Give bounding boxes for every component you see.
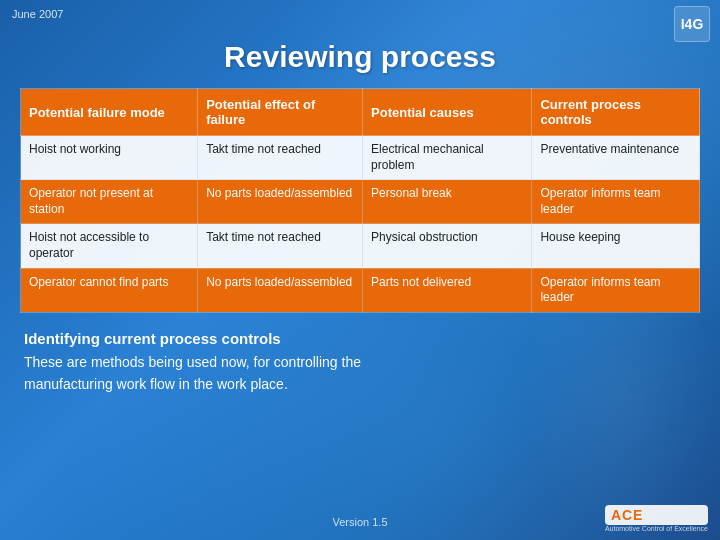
cell-r3-c1: No parts loaded/assembled bbox=[198, 268, 363, 312]
cell-r1-c3: Operator informs team leader bbox=[532, 180, 700, 224]
table-row: Hoist not workingTakt time not reachedEl… bbox=[21, 136, 700, 180]
cell-r2-c2: Physical obstruction bbox=[363, 224, 532, 268]
ace-logo-text: ACE bbox=[605, 505, 708, 525]
cell-r2-c0: Hoist not accessible to operator bbox=[21, 224, 198, 268]
cell-r1-c2: Personal break bbox=[363, 180, 532, 224]
ace-logo-subtitle: Automotive Control of Excellence bbox=[605, 525, 708, 532]
cell-r1-c0: Operator not present at station bbox=[21, 180, 198, 224]
bottom-line3: manufacturing work flow in the work plac… bbox=[24, 373, 700, 395]
col-header-causes: Potential causes bbox=[363, 89, 532, 136]
cell-r3-c2: Parts not delivered bbox=[363, 268, 532, 312]
table-header-row: Potential failure mode Potential effect … bbox=[21, 89, 700, 136]
table-row: Operator cannot find partsNo parts loade… bbox=[21, 268, 700, 312]
cell-r1-c1: No parts loaded/assembled bbox=[198, 180, 363, 224]
process-table: Potential failure mode Potential effect … bbox=[20, 88, 700, 313]
cell-r0-c0: Hoist not working bbox=[21, 136, 198, 180]
cell-r0-c2: Electrical mechanical problem bbox=[363, 136, 532, 180]
version-label: Version 1.5 bbox=[332, 516, 387, 528]
page-title: Reviewing process bbox=[20, 40, 700, 74]
cell-r2-c3: House keeping bbox=[532, 224, 700, 268]
col-header-effect: Potential effect of failure bbox=[198, 89, 363, 136]
col-header-controls: Current process controls bbox=[532, 89, 700, 136]
cell-r0-c3: Preventative maintenance bbox=[532, 136, 700, 180]
ace-logo-area: ACE Automotive Control of Excellence bbox=[605, 505, 708, 532]
cell-r3-c3: Operator informs team leader bbox=[532, 268, 700, 312]
cell-r3-c0: Operator cannot find parts bbox=[21, 268, 198, 312]
bottom-text-block: Identifying current process controls The… bbox=[20, 327, 700, 396]
cell-r2-c1: Takt time not reached bbox=[198, 224, 363, 268]
bottom-line2: These are methods being used now, for co… bbox=[24, 351, 700, 373]
bottom-line1: Identifying current process controls bbox=[24, 327, 700, 351]
table-row: Operator not present at stationNo parts … bbox=[21, 180, 700, 224]
table-row: Hoist not accessible to operatorTakt tim… bbox=[21, 224, 700, 268]
cell-r0-c1: Takt time not reached bbox=[198, 136, 363, 180]
col-header-failure-mode: Potential failure mode bbox=[21, 89, 198, 136]
